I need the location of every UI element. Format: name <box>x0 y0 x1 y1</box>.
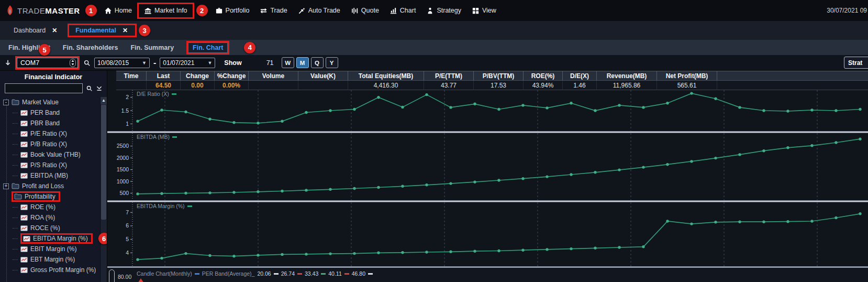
column-header-value-k: Value(K) <box>298 71 348 81</box>
period-button-q[interactable]: Q <box>311 57 324 68</box>
strategy-button[interactable]: Strat <box>844 57 868 69</box>
nav-item-auto-trade[interactable]: Auto Trade <box>293 4 346 17</box>
nav-item-quote[interactable]: Quote <box>346 4 384 17</box>
chart-ebitda-margin: EBITDA Margin (%) 7654 <box>107 202 868 266</box>
period-button-m[interactable]: M <box>296 57 309 68</box>
spinner-up-down-icon[interactable] <box>70 59 76 67</box>
scrollbar-thumb[interactable] <box>101 105 106 220</box>
legend-dash-icon <box>344 273 349 275</box>
trade-icon <box>260 7 268 15</box>
tree-expander-icon[interactable]: + <box>3 183 9 189</box>
tree-item-profitability[interactable]: Profitability <box>0 191 99 202</box>
tree-item-label: P/E Ratio (X) <box>30 130 67 137</box>
home-icon <box>104 7 112 15</box>
tree-item-label: P/S Ratio (X) <box>30 161 67 169</box>
tree-item-roe[interactable]: ROE (%) <box>0 202 99 212</box>
nav-item-trade[interactable]: Trade <box>254 4 292 17</box>
auto-trade-icon <box>298 7 306 15</box>
chart-toolbar: 10/08/2015▼ - 01/07/2021▼ Show 71 WMQY S… <box>0 55 868 71</box>
column-header-last: Last <box>147 71 181 81</box>
svg-text:1500: 1500 <box>117 166 129 172</box>
symbol-input[interactable] <box>20 59 70 67</box>
tree-item-label: EBITDA (MB) <box>30 172 68 179</box>
period-button-y[interactable]: Y <box>326 57 338 68</box>
column-header-p-bv-ttm: P/BV(TTM) <box>474 71 524 81</box>
svg-text:5: 5 <box>126 236 129 242</box>
tree-connector <box>13 238 18 239</box>
bank-icon <box>144 7 152 15</box>
tree-item-pbr-band[interactable]: PBR Band <box>0 118 99 128</box>
vertical-scrollbar-handle[interactable] <box>109 269 115 282</box>
legend-dash-icon <box>172 93 176 95</box>
scroll-up-button[interactable]: ▲ <box>101 97 107 104</box>
subtab-fin-summary[interactable]: Fin. Summary <box>130 44 174 51</box>
chart-de-ratio: D/E Ratio (X) 21.51 <box>107 90 868 131</box>
period-button-w[interactable]: W <box>282 57 294 68</box>
download-arrow-icon[interactable] <box>4 59 12 67</box>
nav-item-chart[interactable]: Chart <box>384 4 421 17</box>
indicator-search-input[interactable] <box>5 83 83 93</box>
chart-leaf-icon <box>20 225 28 231</box>
tree-item-ebitda-margin[interactable]: EBITDA Margin (%)6 <box>0 233 99 244</box>
column-header-revenue-mb: Revenue(MB) <box>597 71 657 81</box>
tree-item-ebitda-mb[interactable]: EBITDA (MB) <box>0 170 99 181</box>
tree-item-p-b-ratio-x[interactable]: P/B Ratio (X) <box>0 139 99 149</box>
quote-table-header: TimeLastChange%ChangeVolumeValue(K)Total… <box>116 71 868 81</box>
tree-expander-icon[interactable]: - <box>3 100 9 105</box>
per-band-level-value: 40.11 <box>328 270 342 277</box>
chart-leaf-icon <box>20 173 28 179</box>
tree-item-p-e-ratio-x[interactable]: P/E Ratio (X) <box>0 128 99 139</box>
top-nav-bar: TRADEMASTER 1HomeMarket Info2PortfolioTr… <box>0 0 868 21</box>
collapse-all-icon[interactable] <box>96 85 103 92</box>
tree-connector <box>13 113 18 113</box>
close-icon[interactable]: ✕ <box>52 27 57 34</box>
nav-item-view[interactable]: View <box>466 4 502 17</box>
cell-net-profit-mb: 565.61 <box>657 81 717 90</box>
subtab-fin-chart[interactable]: Fin. Chart <box>188 42 228 53</box>
nav-item-market-info[interactable]: Market Info <box>137 3 194 19</box>
annotation-badge-1: 1 <box>85 5 97 16</box>
tab-label: Fundamental <box>75 27 116 34</box>
tree-item-label: ROA (%) <box>30 214 55 221</box>
tree-connector <box>13 155 18 155</box>
chart-leaf-icon <box>20 121 28 126</box>
view-icon <box>472 7 480 15</box>
close-icon[interactable]: ✕ <box>123 27 128 34</box>
tree-item-label: PBR Band <box>30 120 60 127</box>
tab-dashboard[interactable]: Dashboard✕ <box>7 24 63 37</box>
tree-item-label: P/B Ratio (X) <box>30 140 67 148</box>
tree-item-profit-and-loss[interactable]: +Profit and Loss <box>0 181 99 191</box>
tree-item-market-value[interactable]: -Market Value <box>0 97 99 107</box>
tree-item-label: ROE (%) <box>30 203 55 211</box>
tree-item-ebit-margin[interactable]: EBIT Margin (%) <box>0 244 99 254</box>
annotation-badge-5: 5 <box>39 44 50 56</box>
date-to-select[interactable]: 01/07/2021▼ <box>160 58 215 68</box>
tree-item-ebt-margin[interactable]: EBT Margin (%) <box>0 254 99 265</box>
tree-item-roa[interactable]: ROA (%) <box>0 212 99 223</box>
annotation-rect: EBITDA Margin (%) <box>20 233 93 244</box>
tree-connector <box>13 123 18 124</box>
search-icon[interactable] <box>86 85 93 92</box>
column-header-total-equities-mb: Total Equities(MB) <box>348 71 424 81</box>
cell-change: 0.00% <box>215 81 249 90</box>
search-icon[interactable] <box>83 59 91 67</box>
tree-item-p-s-ratio-x[interactable]: P/S Ratio (X) <box>0 160 99 170</box>
subtab-bar: Fin. HighlightFin. ShareholdersFin. Summ… <box>0 40 868 55</box>
column-header-change: %Change <box>215 71 249 81</box>
tree-item-roce[interactable]: ROCE (%) <box>0 223 99 233</box>
candle-legend: Candle Chart(Monthly)PER Band(Average)_2… <box>137 270 373 277</box>
symbol-input-box[interactable] <box>17 58 78 68</box>
tree-item-gross-profit-margin[interactable]: Gross Profit Margin (%) <box>0 265 99 275</box>
legend-dash-icon <box>297 273 302 275</box>
nav-item-home[interactable]: Home <box>99 4 137 17</box>
subtab-fin-shareholders[interactable]: Fin. Shareholders <box>63 44 118 51</box>
sidebar-scrollbar[interactable]: ▲ <box>100 97 107 282</box>
tree-item-per-band[interactable]: PER Band <box>0 107 99 118</box>
nav-item-strategy[interactable]: Strategy <box>421 4 466 17</box>
tab-fundamental[interactable]: Fundamental✕ <box>68 24 137 37</box>
date-from-select[interactable]: 10/08/2015▼ <box>94 58 150 68</box>
tree-item-book-value-thb[interactable]: Book Value (THB) <box>0 149 99 160</box>
nav-item-portfolio[interactable]: Portfolio <box>210 4 255 17</box>
annotation-rect-symbol <box>15 56 80 70</box>
show-label: Show <box>224 59 241 67</box>
